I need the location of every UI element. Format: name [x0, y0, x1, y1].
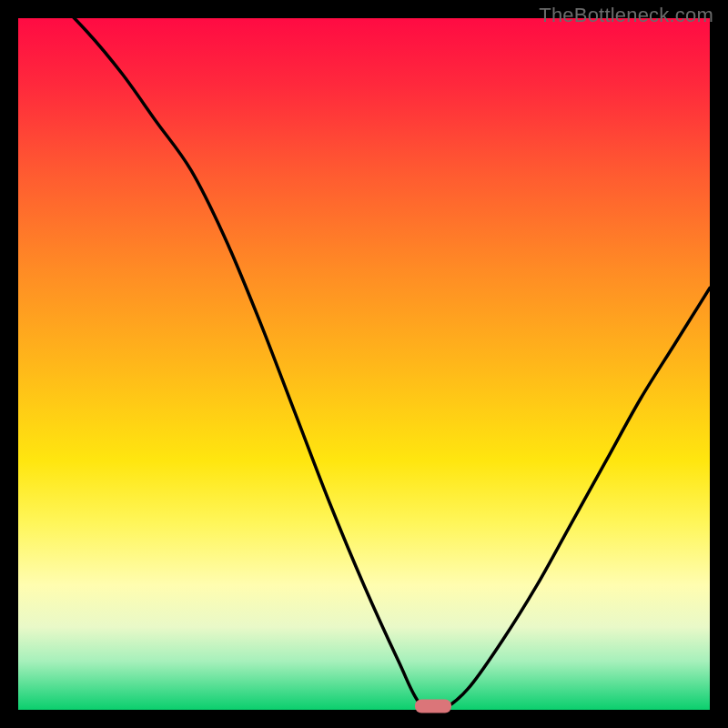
- plot-area: [18, 18, 710, 710]
- bottleneck-curve: [18, 18, 710, 710]
- minimum-marker: [415, 700, 451, 713]
- curve-line: [18, 18, 710, 710]
- watermark-text: TheBottleneck.com: [539, 4, 713, 27]
- chart-frame: TheBottleneck.com: [0, 0, 728, 728]
